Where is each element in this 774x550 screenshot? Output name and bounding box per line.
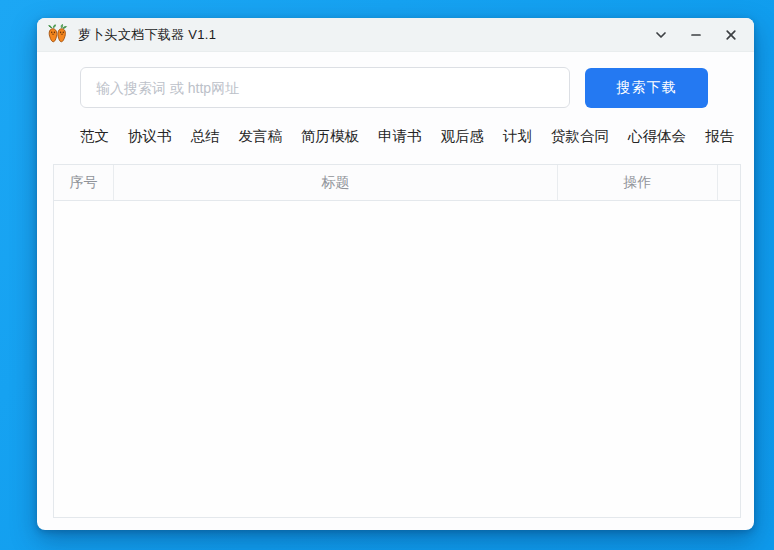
search-row: 搜索下载: [37, 52, 754, 108]
column-header-gutter: [718, 165, 740, 200]
chevron-down-icon[interactable]: [652, 26, 670, 44]
tab-jianlimoban[interactable]: 简历模板: [301, 127, 359, 146]
titlebar: 萝卜头文档下载器 V1.1: [37, 18, 754, 52]
search-download-button[interactable]: 搜索下载: [585, 68, 708, 108]
search-input[interactable]: [80, 67, 570, 108]
minimize-button[interactable]: [687, 26, 705, 44]
tab-zongjie[interactable]: 总结: [191, 127, 220, 146]
results-table: 序号 标题 操作: [53, 164, 741, 518]
tab-guanhougan[interactable]: 观后感: [441, 127, 485, 146]
tab-fanwen[interactable]: 范文: [80, 127, 109, 146]
tab-baogao[interactable]: 报告: [705, 127, 734, 146]
column-header-index: 序号: [54, 165, 114, 200]
tab-jihua[interactable]: 计划: [503, 127, 532, 146]
category-tabs: 范文 协议书 总结 发言稿 简历模板 申请书 观后感 计划 贷款合同 心得体会 …: [37, 108, 754, 146]
column-header-action: 操作: [558, 165, 718, 200]
tab-fayangao[interactable]: 发言稿: [239, 127, 283, 146]
window-title: 萝卜头文档下载器 V1.1: [78, 26, 216, 44]
tab-xindetihui[interactable]: 心得体会: [628, 127, 686, 146]
close-button[interactable]: [722, 26, 740, 44]
carrot-app-icon: [44, 22, 70, 48]
results-table-body: [54, 201, 740, 517]
results-table-header: 序号 标题 操作: [54, 165, 740, 201]
tab-shenqingshu[interactable]: 申请书: [378, 127, 422, 146]
app-window: 萝卜头文档下载器 V1.1 搜索下载 范文 协议书 总结 发言稿 简历模板 申请…: [37, 18, 754, 530]
tab-daikuanhetong[interactable]: 贷款合同: [551, 127, 609, 146]
tab-xieyishu[interactable]: 协议书: [128, 127, 172, 146]
window-controls: [652, 26, 740, 44]
column-header-title: 标题: [114, 165, 558, 200]
